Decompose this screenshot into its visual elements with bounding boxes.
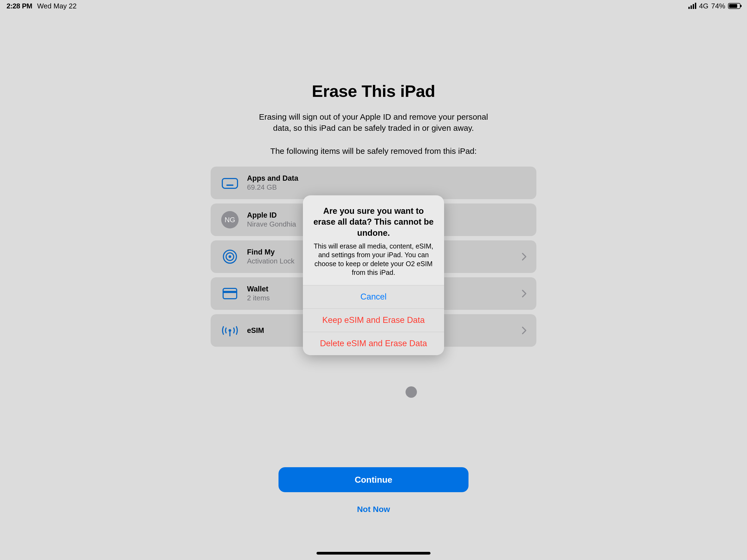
- svg-rect-5: [223, 291, 237, 293]
- item-findmy-subtitle: Activation Lock: [247, 257, 294, 265]
- svg-point-3: [229, 255, 231, 258]
- pointer-cursor: [406, 386, 417, 398]
- alert-keep-esim-button[interactable]: Keep eSIM and Erase Data: [303, 309, 444, 332]
- item-apps-title: Apps and Data: [247, 174, 298, 183]
- alert-delete-esim-button[interactable]: Delete eSIM and Erase Data: [303, 332, 444, 355]
- wallet-icon: [221, 284, 239, 303]
- page-title: Erase This iPad: [312, 81, 435, 101]
- alert-message: This will erase all media, content, eSIM…: [312, 242, 435, 277]
- item-appleid-subtitle: Nirave Gondhia: [247, 220, 296, 229]
- user-avatar-icon: NG: [221, 210, 239, 229]
- storage-drive-icon: [221, 174, 239, 192]
- user-monogram: NG: [221, 211, 239, 229]
- item-wallet-subtitle: 2 items: [247, 294, 270, 302]
- erase-confirmation-alert: Are you sure you want to erase all data?…: [303, 195, 444, 355]
- esim-signal-icon: [221, 321, 239, 340]
- page-subheading: The following items will be safely remov…: [271, 146, 476, 156]
- item-apps-and-data: Apps and Data 69.24 GB: [211, 167, 536, 199]
- chevron-right-icon: [522, 252, 526, 261]
- bottom-action-area: Continue Not Now: [0, 467, 747, 514]
- not-now-button[interactable]: Not Now: [357, 505, 390, 514]
- home-indicator[interactable]: [316, 552, 431, 555]
- page-description: Erasing will sign out of your Apple ID a…: [258, 111, 489, 133]
- alert-cancel-button[interactable]: Cancel: [303, 285, 444, 309]
- svg-rect-4: [223, 288, 237, 299]
- svg-rect-0: [226, 185, 233, 186]
- alert-title: Are you sure you want to erase all data?…: [312, 206, 435, 239]
- item-apps-subtitle: 69.24 GB: [247, 183, 298, 191]
- item-esim-title: eSIM: [247, 326, 264, 335]
- continue-button[interactable]: Continue: [279, 467, 468, 492]
- chevron-right-icon: [522, 290, 526, 298]
- find-my-icon: [221, 247, 239, 266]
- chevron-right-icon: [522, 326, 526, 335]
- item-appleid-title: Apple ID: [247, 211, 296, 219]
- item-findmy-title: Find My: [247, 248, 294, 257]
- item-wallet-title: Wallet: [247, 285, 270, 293]
